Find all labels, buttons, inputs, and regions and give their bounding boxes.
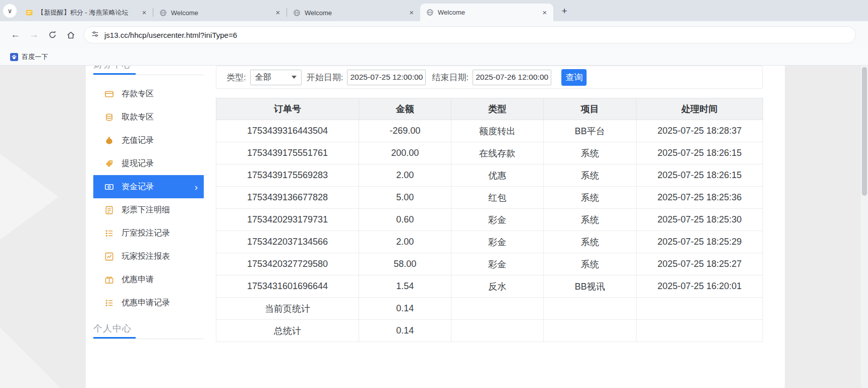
table-cell: 2025-07-25 18:25:27 — [636, 253, 763, 275]
scrollbar-thumb[interactable] — [862, 67, 867, 196]
table-body: 1753439316443504 -269.00 额度转出 BB平台 2025-… — [216, 120, 763, 342]
table-cell: 系统 — [544, 187, 636, 209]
table-cell: 彩金 — [451, 253, 544, 275]
table-cell: 1753439175569283 — [216, 164, 359, 187]
col-header-type: 类型 — [451, 98, 544, 120]
table-cell: 0.14 — [359, 320, 451, 342]
tab-title: Welcome — [171, 9, 269, 17]
sidebar-item-promo-apply-record[interactable]: 优惠申请记录 — [93, 291, 204, 314]
table-row: 1753439136677828 5.00 红包 系统 2025-07-25 1… — [216, 187, 763, 209]
table-cell — [636, 298, 763, 320]
vertical-scrollbar[interactable] — [861, 66, 868, 388]
search-button[interactable]: 查询 — [561, 69, 587, 86]
sidebar-item-funds-record[interactable]: 资金记录 › — [93, 175, 204, 198]
sidebar-item-promo-apply[interactable]: 优惠申请 — [93, 268, 204, 291]
start-date-input[interactable] — [347, 70, 426, 85]
funds-note-icon — [104, 182, 114, 192]
table-cell: 1753439175551761 — [216, 142, 359, 164]
forward-icon[interactable]: → — [29, 29, 39, 40]
tab-search-button[interactable]: ∨ — [3, 4, 17, 18]
table-cell: 1753422037134566 — [216, 231, 359, 253]
end-date-label: 结束日期: — [432, 72, 469, 83]
browser-tab-welcome-1[interactable]: Welcome × — [153, 4, 286, 21]
table-cell: 2.00 — [359, 164, 451, 187]
tab-close-icon[interactable]: × — [273, 8, 282, 17]
player-report-chart-icon — [104, 252, 114, 261]
table-cell: 系统 — [544, 231, 636, 253]
col-header-order-no: 订单号 — [216, 98, 359, 120]
table-cell: 彩金 — [451, 231, 544, 253]
sidebar-item-lottery-bet-detail[interactable]: 彩票下注明细 — [93, 198, 204, 221]
table-cell: 1.54 — [359, 275, 451, 298]
type-select-value: 全部 — [255, 72, 271, 83]
browser-tab-welcome-2[interactable]: Welcome × — [287, 4, 420, 21]
sidebar-item-withdraw[interactable]: 取款专区 — [93, 105, 204, 129]
bookmark-baidu[interactable]: 百度一下 — [6, 51, 52, 63]
sidebar-item-room-bet-record[interactable]: 厅室投注记录 — [93, 221, 204, 245]
baidu-icon — [10, 53, 18, 61]
browser-tab-forum[interactable]: 【新提醒】积分 - 海燕策略论坛 × — [20, 4, 153, 21]
deposit-card-icon — [104, 89, 114, 99]
globe-favicon — [159, 9, 167, 17]
sidebar-item-deposit[interactable]: 存款专区 — [93, 82, 204, 105]
sidebar-item-label: 玩家投注报表 — [122, 251, 170, 262]
background-triangle-decoration — [0, 141, 59, 252]
table-summary-row-total: 总统计 0.14 — [216, 320, 763, 342]
sidebar-item-label: 充值记录 — [122, 135, 154, 146]
browser-tab-welcome-active[interactable]: Welcome × — [420, 4, 553, 21]
sidebar-item-label: 彩票下注明细 — [122, 205, 170, 215]
table-cell: 系统 — [544, 142, 636, 164]
table-cell: 5.00 — [359, 187, 451, 209]
table-cell: 2025-07-25 16:20:01 — [636, 275, 763, 298]
sidebar-item-recharge-record[interactable]: 充值记录 — [93, 129, 204, 152]
table-summary-row-page: 当前页统计 0.14 — [216, 298, 763, 320]
back-icon[interactable]: ← — [11, 29, 20, 40]
sidebar-item-withdrawal-record[interactable]: 提现记录 — [93, 152, 204, 175]
globe-favicon — [293, 9, 301, 17]
chevron-right-icon: › — [195, 182, 198, 192]
table-cell: 2025-07-25 18:25:30 — [636, 209, 763, 231]
table-row: 1753422037134566 2.00 彩金 系统 2025-07-25 1… — [216, 231, 763, 253]
tab-close-icon[interactable]: × — [140, 8, 149, 17]
url-text: js13.cc/hhcp/usercenter.html?iniType=6 — [104, 31, 237, 39]
table-cell: 1753420293179731 — [216, 209, 359, 231]
table-cell: 0.60 — [359, 209, 451, 231]
chevron-down-icon: ∨ — [8, 7, 13, 15]
table-cell: 0.14 — [359, 298, 451, 320]
table-cell — [451, 298, 544, 320]
records-table: 订单号 金额 类型 项目 处理时间 1753439316443504 -269.… — [216, 98, 763, 342]
table-cell: 2025-07-25 18:25:29 — [636, 231, 763, 253]
new-tab-button[interactable]: + — [558, 5, 571, 18]
table-cell: 红包 — [451, 187, 544, 209]
type-select[interactable]: 全部 — [250, 70, 302, 85]
table-cell: 1753420327729580 — [216, 253, 359, 275]
section-title: 个人中心 — [93, 322, 204, 335]
type-label: 类型: — [226, 72, 246, 83]
table-cell: BB平台 — [544, 120, 636, 142]
site-settings-icon[interactable] — [91, 30, 99, 40]
table-cell: 2025-07-25 18:26:15 — [636, 142, 763, 164]
bookmarks-bar: 百度一下 — [0, 48, 868, 66]
table-cell: BB视讯 — [544, 275, 636, 298]
main-content: 类型: 全部 开始日期: 结束日期: 查询 — [216, 66, 763, 342]
table-cell: 系统 — [544, 164, 636, 187]
bookmark-label: 百度一下 — [22, 52, 48, 62]
sidebar: 财务中心 存款专区 取款专区 — [93, 66, 204, 339]
browser-toolbar: ← → js13.cc/hhcp/usercenter.html?iniType… — [0, 21, 868, 48]
col-header-project: 项目 — [544, 98, 636, 120]
address-bar[interactable]: js13.cc/hhcp/usercenter.html?iniType=6 — [84, 26, 856, 43]
tab-close-icon[interactable]: × — [407, 8, 416, 17]
lottery-detail-icon — [104, 205, 114, 215]
end-date-input[interactable] — [473, 70, 551, 85]
promo-apply-icon — [104, 275, 114, 285]
home-icon[interactable] — [66, 30, 76, 40]
tab-strip: ∨ 【新提醒】积分 - 海燕策略论坛 × Welcome × Welcome × — [0, 0, 868, 21]
tab-close-icon[interactable]: × — [540, 8, 549, 17]
reload-icon[interactable] — [48, 30, 57, 39]
page-viewport: 财务中心 存款专区 取款专区 — [0, 66, 868, 388]
table-header: 订单号 金额 类型 项目 处理时间 — [216, 98, 763, 120]
table-cell: 系统 — [544, 253, 636, 275]
sidebar-item-player-bet-report[interactable]: 玩家投注报表 — [93, 245, 204, 268]
sidebar-item-label: 提现记录 — [122, 158, 154, 169]
table-cell — [544, 320, 636, 342]
